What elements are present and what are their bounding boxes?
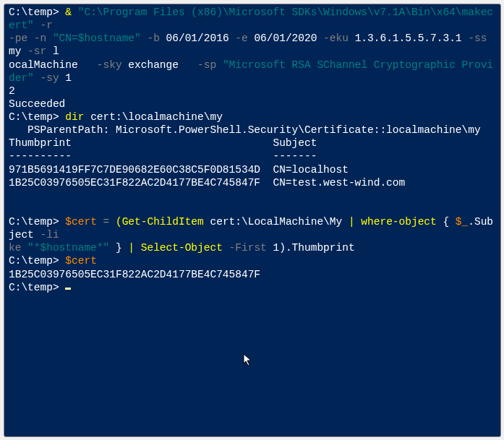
variable: $cert bbox=[65, 255, 97, 267]
table-row: 971B5691419FF7C7DE90682E60C38C5F0D81534D… bbox=[9, 163, 496, 176]
col-thumbprint: Thumbprint bbox=[9, 137, 72, 149]
output-line: Succeeded bbox=[9, 98, 496, 111]
cmdlet: where-object bbox=[361, 216, 436, 228]
flag: -sy bbox=[34, 72, 66, 84]
oid: 1.3.6.1.5.5.7.3.1 bbox=[355, 33, 462, 44]
cursor-icon bbox=[65, 288, 71, 290]
table-header: Thumbprint Subject bbox=[9, 137, 496, 150]
property: .Thumbprint bbox=[286, 242, 355, 254]
parent-path: PSParentPath: Microsoft.PowerShell.Secur… bbox=[9, 124, 496, 137]
flag: -ss bbox=[462, 33, 494, 44]
flag: -pe bbox=[9, 33, 27, 44]
thumbprint-value: 971B5691419FF7C7DE90682E60C38C5F0D81534D bbox=[9, 164, 260, 176]
terminal-line: ke "*$hostname*" } | Select-Object -Firs… bbox=[9, 241, 496, 254]
variable: $_ bbox=[456, 216, 468, 228]
number: 1 bbox=[267, 242, 279, 254]
terminal-line: C:\temp> dir cert:\localmachine\my bbox=[9, 111, 496, 124]
flag: -First bbox=[223, 242, 267, 254]
flag: -e bbox=[229, 33, 255, 44]
cmdlet: Get-ChildItem bbox=[122, 216, 204, 228]
string: "*$hostname*" bbox=[21, 242, 109, 254]
command-path: "C:\Program Files (x86)\Microsoft SDKs\W… bbox=[9, 7, 493, 31]
terminal-line: -pe -n "CN=$hostname" -b 06/01/2016 -e 0… bbox=[9, 32, 496, 58]
brace: { bbox=[437, 216, 456, 228]
flag: -sr bbox=[21, 46, 53, 57]
terminal-line: 2 bbox=[9, 85, 496, 98]
paren: ( bbox=[116, 216, 122, 228]
terminal-line: ocalMachine -sky exchange -sp "Microsoft… bbox=[9, 59, 496, 85]
operator: = bbox=[97, 216, 116, 228]
flag: -eku bbox=[317, 33, 354, 44]
operator: -li bbox=[40, 229, 59, 241]
output-line: 1B25C03976505EC31F822AC2D4177BE4C745847F bbox=[9, 268, 496, 281]
cmdlet: Select-Object bbox=[141, 242, 223, 254]
operator: & bbox=[59, 7, 78, 18]
mouse-cursor-icon bbox=[243, 353, 253, 368]
subject-value: CN=test.west-wind.com bbox=[273, 177, 405, 189]
terminal-line: C:\temp> $cert = (Get-ChildItem cert:\Lo… bbox=[9, 215, 496, 241]
prompt: C:\temp> bbox=[9, 255, 59, 267]
flag: -b bbox=[141, 33, 166, 44]
prompt: C:\temp> bbox=[9, 282, 65, 293]
arg: 1 bbox=[65, 72, 72, 84]
prompt: C:\temp> bbox=[9, 216, 59, 228]
powershell-terminal[interactable]: C:\temp> & "C:\Program Files (x86)\Micro… bbox=[4, 4, 501, 437]
paren: ) bbox=[279, 242, 286, 254]
flag: -sp bbox=[179, 59, 223, 71]
arg: "CN=$hostname" bbox=[53, 33, 141, 44]
subject-value: CN=localhost bbox=[273, 164, 348, 176]
table-row: 1B25C03976505EC31F822AC2D4177BE4C745847F… bbox=[9, 176, 496, 189]
path: cert:\LocalMachine\My bbox=[204, 216, 349, 228]
command: dir bbox=[59, 111, 91, 123]
date: 06/01/2020 bbox=[254, 33, 317, 44]
prompt: C:\temp> bbox=[9, 111, 59, 123]
arg: 2 bbox=[9, 85, 15, 97]
date: 06/01/2016 bbox=[166, 33, 229, 44]
arg: ocalMachine bbox=[9, 59, 78, 71]
flag: -n bbox=[27, 33, 53, 44]
pipe: | bbox=[349, 216, 355, 228]
flag: -r bbox=[34, 20, 59, 31]
table-divider: ---------- ------- bbox=[9, 150, 496, 163]
arg: my bbox=[9, 46, 21, 57]
arg: l bbox=[53, 46, 59, 57]
blank-line bbox=[9, 202, 496, 215]
terminal-line: C:\temp> $cert bbox=[9, 254, 496, 267]
operator: ke bbox=[9, 242, 21, 254]
variable: $cert bbox=[65, 216, 97, 228]
flag: -sky bbox=[78, 59, 129, 71]
brace: } bbox=[109, 242, 128, 254]
path: cert:\localmachine\my bbox=[90, 111, 223, 123]
col-subject: Subject bbox=[273, 137, 317, 149]
prompt: C:\temp> bbox=[9, 7, 59, 18]
blank-line bbox=[9, 189, 496, 202]
terminal-line: C:\temp> & "C:\Program Files (x86)\Micro… bbox=[9, 6, 496, 32]
pipe: | bbox=[128, 242, 134, 254]
terminal-line: C:\temp> bbox=[9, 281, 496, 294]
thumbprint-value: 1B25C03976505EC31F822AC2D4177BE4C745847F bbox=[9, 177, 260, 189]
arg: exchange bbox=[128, 59, 179, 71]
